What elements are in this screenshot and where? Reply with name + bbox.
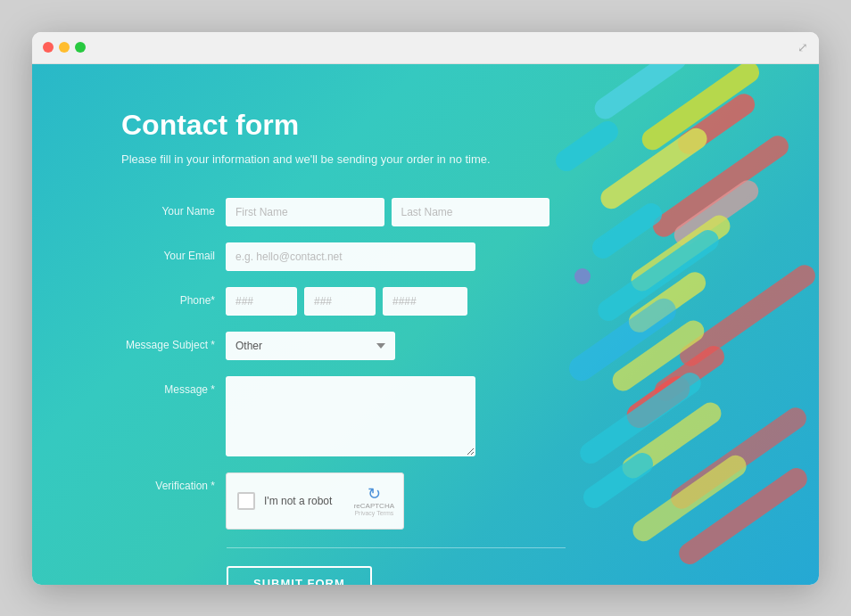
recaptcha-brand: reCAPTCHA	[354, 502, 394, 510]
traffic-lights	[43, 42, 86, 53]
captcha-logo: ↻ reCAPTCHA Privacy Terms	[354, 486, 394, 516]
phone-fields	[226, 287, 549, 316]
verification-row: Verification * I'm not a robot ↻ reCAPTC…	[121, 472, 549, 530]
email-row: Your Email	[121, 242, 549, 271]
name-label: Your Name	[121, 198, 215, 218]
svg-point-9	[574, 268, 591, 284]
svg-rect-1	[638, 64, 764, 154]
svg-rect-18	[618, 398, 725, 481]
titlebar: ⤢	[32, 32, 819, 64]
email-fields	[226, 242, 549, 271]
svg-rect-19	[666, 403, 810, 513]
name-row: Your Name	[121, 198, 549, 226]
message-row: Message *	[121, 376, 549, 456]
svg-rect-7	[588, 199, 665, 262]
subject-fields: Other General Inquiry Support Sales Feed…	[226, 332, 549, 360]
svg-rect-17	[576, 368, 706, 467]
svg-rect-10	[594, 226, 723, 324]
minimize-button[interactable]	[59, 42, 70, 53]
main-content: Contact form Please fill in your informa…	[32, 64, 819, 585]
verification-label: Verification *	[121, 472, 215, 492]
last-name-input[interactable]	[392, 198, 550, 226]
svg-rect-22	[674, 464, 811, 568]
svg-rect-8	[627, 210, 734, 294]
svg-rect-14	[608, 316, 708, 394]
svg-rect-21	[629, 451, 751, 546]
svg-rect-12	[675, 260, 819, 370]
submit-button[interactable]: SUBMIT FORM	[227, 566, 372, 585]
subject-select[interactable]: Other General Inquiry Support Sales Feed…	[226, 332, 395, 360]
form-title: Contact form	[121, 109, 549, 142]
svg-rect-11	[624, 267, 710, 336]
phone-input-2[interactable]	[304, 287, 376, 316]
subject-label: Message Subject *	[121, 332, 215, 351]
first-name-input[interactable]	[226, 198, 384, 226]
form-subtitle: Please fill in your information and we'l…	[121, 152, 549, 166]
message-fields	[226, 376, 549, 456]
svg-rect-13	[565, 293, 682, 385]
app-window: ⤢	[32, 32, 819, 585]
form-container: Contact form Please fill in your informa…	[32, 64, 549, 585]
message-label: Message *	[121, 376, 215, 396]
captcha-checkbox[interactable]	[237, 492, 255, 510]
form-divider	[227, 547, 566, 548]
recaptcha-links: Privacy Terms	[354, 510, 394, 516]
message-textarea[interactable]	[226, 376, 475, 456]
recaptcha-icon: ↻	[354, 486, 394, 502]
svg-rect-0	[591, 64, 690, 123]
svg-rect-5	[649, 131, 792, 241]
svg-rect-15	[650, 341, 728, 405]
close-button[interactable]	[43, 42, 54, 53]
phone-row: Phone*	[121, 287, 549, 316]
subject-row: Message Subject * Other General Inquiry …	[121, 332, 549, 360]
decorative-background	[533, 64, 819, 585]
phone-label: Phone*	[121, 287, 215, 307]
svg-rect-2	[673, 89, 759, 158]
name-fields	[226, 198, 549, 226]
expand-icon[interactable]: ⤢	[797, 40, 808, 54]
svg-rect-16	[622, 371, 695, 432]
phone-input-3[interactable]	[383, 287, 467, 316]
svg-rect-6	[670, 176, 763, 250]
email-input[interactable]	[226, 242, 475, 271]
svg-rect-20	[579, 448, 657, 512]
captcha-box[interactable]: I'm not a robot ↻ reCAPTCHA Privacy Term…	[226, 472, 404, 530]
captcha-label: I'm not a robot	[264, 495, 332, 507]
phone-input-1[interactable]	[226, 287, 297, 316]
svg-rect-3	[551, 117, 622, 176]
svg-rect-4	[597, 124, 711, 213]
email-label: Your Email	[121, 242, 215, 262]
verification-fields: I'm not a robot ↻ reCAPTCHA Privacy Term…	[226, 472, 549, 530]
maximize-button[interactable]	[75, 42, 86, 53]
